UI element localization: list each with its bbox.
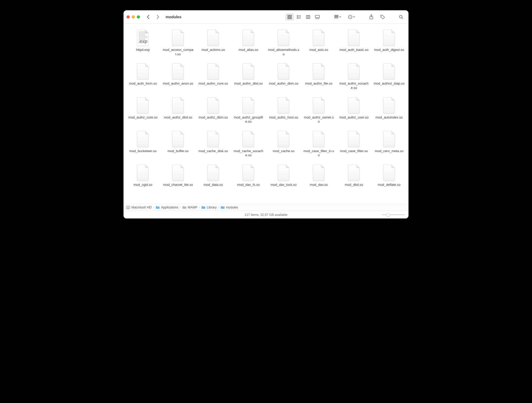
file-item[interactable]: mod_dbd.so <box>337 162 371 188</box>
document-icon <box>274 28 293 46</box>
document-icon <box>345 95 363 114</box>
file-label: mod_authn_dbd.so <box>234 81 263 86</box>
file-item[interactable]: mod_asis.so <box>302 27 336 57</box>
file-item[interactable]: mod_access_compat.so <box>161 27 195 57</box>
path-crumb-label: Applications <box>161 206 178 209</box>
file-item[interactable]: mod_allowmethods.so <box>267 27 300 57</box>
file-item[interactable]: mod_authn_socache.so <box>337 61 371 90</box>
view-icon-button[interactable] <box>285 13 294 21</box>
view-list-button[interactable] <box>294 13 303 21</box>
file-item[interactable]: mod_deflate.so <box>372 162 406 188</box>
document-icon <box>345 129 363 148</box>
path-crumb[interactable]: modules <box>221 206 238 209</box>
file-item[interactable]: mod_autoindex.so <box>372 95 406 124</box>
view-gallery-button[interactable] <box>313 13 322 21</box>
file-item[interactable]: mod_bucketeer.so <box>126 129 160 158</box>
group-by-button[interactable] <box>332 13 343 21</box>
svg-rect-50 <box>127 208 129 208</box>
file-item[interactable]: mod_auth_form.so <box>126 61 160 90</box>
action-menu-button[interactable] <box>346 13 357 21</box>
window-controls <box>127 15 140 19</box>
toolbar: modules <box>124 10 408 24</box>
file-item[interactable]: mod_authz_groupfile.so <box>232 95 265 124</box>
file-item[interactable]: mod_authn_file.so <box>302 61 336 90</box>
file-item[interactable]: mod_cache.so <box>267 129 300 158</box>
path-crumb[interactable]: Macintosh HD <box>126 206 152 209</box>
back-button[interactable] <box>145 13 152 21</box>
file-item[interactable]: mod_authn_dbd.so <box>232 61 265 90</box>
file-item[interactable]: mod_authz_user.so <box>337 95 371 124</box>
icon-size-slider[interactable] <box>382 213 405 217</box>
file-item[interactable]: mod_dav.so <box>302 162 336 188</box>
svg-rect-10 <box>306 15 310 19</box>
document-icon <box>310 163 328 181</box>
chevron-down-icon <box>339 16 341 18</box>
file-item[interactable]: mod_authn_anon.so <box>161 61 195 90</box>
file-label: mod_bucketeer.so <box>129 149 156 153</box>
file-item[interactable]: mod_actions.so <box>196 27 230 57</box>
file-item[interactable]: mod_cache_disk.so <box>196 129 230 158</box>
svg-point-6 <box>297 17 298 17</box>
file-item[interactable]: mod_charset_lite.so <box>161 162 195 188</box>
minimize-button[interactable] <box>132 15 135 19</box>
file-item[interactable]: mod_alias.so <box>232 27 265 57</box>
file-item[interactable]: mod_cache_socache.so <box>232 129 265 158</box>
file-item[interactable]: mod_authz_core.so <box>126 95 160 124</box>
file-item[interactable]: mod_auth_basic.so <box>337 27 371 57</box>
document-icon <box>310 61 328 80</box>
file-item[interactable]: mod_authz_host.so <box>267 95 300 124</box>
file-item[interactable]: mod_authnz_ldap.so <box>372 61 406 90</box>
file-item[interactable]: mod_dav_lock.so <box>267 162 300 188</box>
file-item[interactable]: mod_dav_fs.so <box>232 162 265 188</box>
file-label: mod_authn_socache.so <box>338 81 370 90</box>
file-item[interactable]: mod_auth_digest.so <box>372 27 406 57</box>
svg-rect-2 <box>288 17 289 19</box>
document-icon <box>345 61 363 80</box>
document-icon <box>169 61 187 80</box>
document-icon <box>204 95 223 114</box>
svg-point-8 <box>297 18 298 19</box>
svg-rect-14 <box>316 18 316 19</box>
file-item[interactable]: mod_data.so <box>196 162 230 188</box>
file-item[interactable]: mod_authn_dbm.so <box>267 61 300 90</box>
svg-rect-1 <box>290 15 292 17</box>
file-item[interactable]: mod_cern_meta.so <box>372 129 406 158</box>
svg-rect-49 <box>126 206 130 209</box>
file-label: mod_access_compat.so <box>162 48 194 56</box>
share-button[interactable] <box>367 13 376 21</box>
close-button[interactable] <box>127 15 130 19</box>
document-icon <box>169 129 187 148</box>
path-crumb-label: MAMP <box>188 206 197 209</box>
document-icon: .exp <box>134 28 152 46</box>
tags-button[interactable] <box>378 13 387 21</box>
view-column-button[interactable] <box>304 13 312 21</box>
path-crumb[interactable]: MAMP <box>182 206 197 209</box>
file-item[interactable]: mod_authz_dbd.so <box>161 95 195 124</box>
svg-point-4 <box>297 15 298 16</box>
file-item[interactable]: mod_authz_dbm.so <box>196 95 230 124</box>
path-crumb[interactable]: Applications <box>156 206 178 209</box>
search-button[interactable] <box>397 13 405 21</box>
file-item[interactable]: mod_buffer.so <box>161 129 195 158</box>
document-icon <box>274 163 293 181</box>
svg-rect-23 <box>337 17 338 18</box>
svg-rect-42 <box>139 38 146 39</box>
file-label: mod_dav_fs.so <box>237 183 260 187</box>
file-grid-container[interactable]: .exp httpd.exp mod_access_compat.so mod_… <box>124 24 408 204</box>
file-item[interactable]: mod_cgid.so <box>126 162 160 188</box>
document-icon <box>134 95 152 114</box>
file-item[interactable]: mod_authn_core.so <box>196 61 230 90</box>
svg-rect-3 <box>290 17 292 19</box>
file-item[interactable]: mod_case_filter.so <box>337 129 371 158</box>
file-label: mod_cache.so <box>273 149 294 153</box>
file-item[interactable]: mod_case_filter_in.so <box>302 129 336 158</box>
svg-point-27 <box>350 16 350 17</box>
zoom-button[interactable] <box>137 15 140 19</box>
svg-rect-34 <box>139 32 148 32</box>
file-label: mod_authz_host.so <box>269 115 298 120</box>
file-label: mod_dbd.so <box>345 183 363 187</box>
file-item[interactable]: mod_authz_owner.so <box>302 95 336 124</box>
file-item[interactable]: .exp httpd.exp <box>126 27 160 57</box>
forward-button[interactable] <box>154 13 162 21</box>
path-crumb[interactable]: Library <box>201 206 216 209</box>
